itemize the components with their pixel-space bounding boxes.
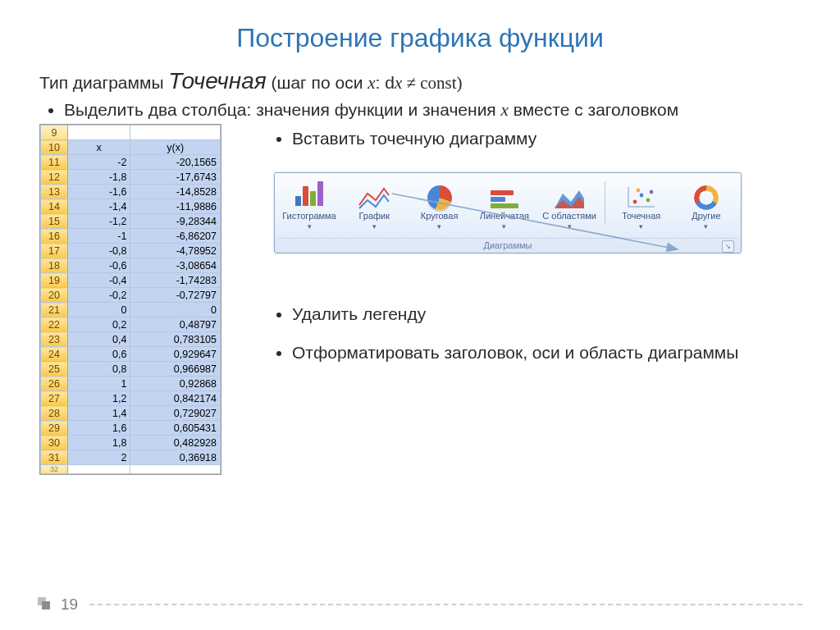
chart-type-area[interactable]: С областями ▾ — [538, 178, 600, 235]
cell-x[interactable]: -0,4 — [67, 273, 130, 288]
pie-chart-icon — [422, 180, 458, 210]
cell-x[interactable]: -2 — [67, 155, 130, 170]
cell-x[interactable] — [67, 126, 130, 140]
cell-y[interactable]: -4,78952 — [130, 244, 221, 258]
row-header[interactable]: 25 — [41, 362, 68, 377]
row-header[interactable]: 19 — [41, 273, 68, 288]
row-header[interactable]: 22 — [41, 317, 68, 332]
page-title: Построение графика функции — [39, 23, 801, 53]
cell-x[interactable]: 1 — [67, 377, 130, 391]
row-header[interactable]: 29 — [41, 421, 68, 436]
dropdown-icon: ▾ — [437, 222, 441, 231]
row-header[interactable]: 21 — [41, 303, 68, 317]
cell-x[interactable]: 1,2 — [67, 391, 130, 406]
ribbon-charts-group: Гистограмма ▾ График ▾ Круговая ▾ — [274, 172, 742, 253]
row-header[interactable]: 23 — [41, 332, 68, 347]
row-header[interactable]: 10 — [41, 140, 68, 155]
cell-x[interactable]: x — [67, 140, 130, 155]
row-header[interactable]: 17 — [41, 244, 68, 258]
row-header[interactable]: 18 — [41, 258, 68, 273]
chart-type-scatter[interactable]: Точечная ▾ — [610, 178, 673, 235]
cell-y[interactable]: 0 — [130, 303, 221, 317]
row-header[interactable]: 20 — [41, 288, 68, 303]
row-header[interactable]: 31 — [41, 450, 68, 465]
chart-type-histogram[interactable]: Гистограмма ▾ — [278, 178, 340, 235]
ribbon-separator — [605, 181, 605, 224]
dialog-launcher-icon[interactable]: ↘ — [722, 240, 734, 253]
cell-x[interactable]: -1,4 — [67, 199, 130, 214]
cell-y[interactable]: 0,482928 — [130, 436, 221, 450]
cell-y[interactable] — [130, 126, 221, 140]
cell-y[interactable]: -20,1565 — [130, 155, 221, 170]
cell-x[interactable]: 0,4 — [67, 332, 130, 347]
cell-y[interactable]: -0,72797 — [130, 288, 221, 303]
row-header[interactable]: 13 — [41, 185, 68, 199]
bullet-select-columns: Выделить два столбца: значения функции и… — [64, 100, 801, 121]
row-header[interactable]: 11 — [41, 155, 68, 170]
cell-y[interactable]: 0,729027 — [130, 406, 221, 421]
cell-y[interactable]: -6,86207 — [130, 229, 221, 244]
row-header[interactable]: 16 — [41, 229, 68, 244]
row-header[interactable]: 27 — [41, 391, 68, 406]
dropdown-icon: ▾ — [372, 222, 377, 231]
cell-x[interactable]: 0 — [67, 303, 130, 317]
cell-x[interactable]: 0,2 — [67, 317, 130, 332]
cell-y[interactable]: -1,74283 — [130, 273, 221, 288]
row-header[interactable]: 28 — [41, 406, 68, 421]
cell-y[interactable]: -14,8528 — [130, 185, 221, 199]
cell-x[interactable]: -0,6 — [67, 258, 130, 273]
row-header[interactable]: 26 — [41, 377, 68, 391]
cell-y[interactable]: -9,28344 — [130, 214, 221, 229]
cell-x[interactable]: 1,8 — [67, 436, 130, 450]
cell-y[interactable]: 0,36918 — [130, 450, 221, 465]
chart-type-line[interactable]: График ▾ — [343, 178, 405, 235]
cell-x[interactable]: -1 — [67, 229, 130, 244]
cell-y[interactable]: 0,783105 — [130, 332, 221, 347]
cell-x[interactable]: 2 — [67, 450, 130, 465]
dropdown-icon: ▾ — [308, 222, 312, 231]
cell-y[interactable]: 0,48797 — [130, 317, 221, 332]
row-header[interactable]: 30 — [41, 436, 68, 450]
row-header[interactable]: 24 — [41, 347, 68, 362]
chart-type-other[interactable]: Другие ▾ — [675, 178, 737, 235]
cell-y[interactable]: 0,842174 — [130, 391, 221, 406]
ribbon-group-caption: Диаграммы ↘ — [278, 238, 737, 253]
cell-x[interactable]: 1,4 — [67, 406, 130, 421]
area-chart-icon — [551, 180, 587, 210]
dropdown-icon: ▾ — [704, 222, 708, 231]
svg-point-7 — [649, 190, 653, 194]
svg-point-6 — [646, 199, 650, 203]
svg-point-8 — [636, 189, 640, 193]
scatter-chart-icon — [623, 180, 660, 210]
cell-x[interactable]: -0,2 — [67, 288, 130, 303]
svg-point-5 — [639, 194, 643, 198]
cell-y[interactable]: -3,08654 — [130, 258, 221, 273]
intro-scatter-word: Точечная — [168, 68, 266, 94]
intro-prefix: Тип диаграммы — [39, 73, 168, 92]
cell-x[interactable]: 0,8 — [67, 362, 130, 377]
chart-type-pie[interactable]: Круговая ▾ — [409, 178, 471, 235]
cell-x[interactable]: 0,6 — [67, 347, 130, 362]
cell-y[interactable]: 0,92868 — [130, 377, 221, 391]
cell-y[interactable]: y(x) — [130, 140, 221, 155]
row-header[interactable]: 15 — [41, 214, 68, 229]
cell-y[interactable]: 0,929647 — [130, 347, 221, 362]
cell-y[interactable]: 0,605431 — [130, 421, 221, 436]
row-header[interactable]: 14 — [41, 199, 68, 214]
cell-x[interactable]: -1,6 — [67, 185, 130, 199]
cell-x[interactable]: -1,2 — [67, 214, 130, 229]
cell-y[interactable]: -17,6743 — [130, 170, 221, 185]
right-bullets-top: Вставить точечную диаграмму — [292, 127, 801, 149]
cell-x[interactable]: -0,8 — [67, 244, 130, 258]
intro-step: (шаг по оси x: dx ≠ const) — [267, 73, 463, 92]
row-header[interactable]: 9 — [41, 126, 68, 140]
cell-y[interactable]: -11,9886 — [130, 199, 221, 214]
chart-type-bar[interactable]: Линейчатая ▾ — [473, 178, 536, 235]
dropdown-icon: ▾ — [639, 222, 643, 231]
cell-x[interactable]: 1,6 — [67, 421, 130, 436]
cell-y[interactable]: 0,966987 — [130, 362, 221, 377]
row-header[interactable]: 12 — [41, 170, 68, 185]
bullet-delete-legend: Удалить легенду — [292, 303, 801, 325]
cell-x[interactable]: -1,8 — [67, 170, 130, 185]
excel-fragment: 910xy(x)11-2-20,156512-1,8-17,674313-1,6… — [39, 124, 221, 475]
